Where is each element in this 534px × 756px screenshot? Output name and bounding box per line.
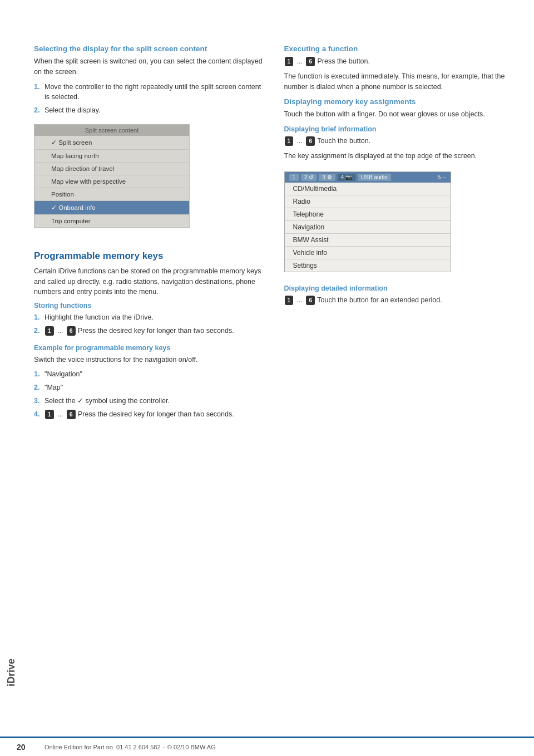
tab-2: 2 ↺ bbox=[301, 174, 317, 181]
subsection-storing: Storing functions 1. Highlight the funct… bbox=[34, 302, 268, 336]
page-number: 20 bbox=[17, 743, 33, 752]
footer-copyright: Online Edition for Part no. 01 41 2 604 … bbox=[44, 744, 216, 750]
menu-item-cd: CD/Multimedia bbox=[285, 183, 451, 195]
menu-item-navigation: Navigation bbox=[285, 221, 451, 234]
executing-body: The function is executed immediately. Th… bbox=[284, 71, 518, 92]
programmable-keys-title: Programmable memory keys bbox=[34, 251, 268, 262]
displaying-memory-body: Touch the button with a finger. Do not w… bbox=[284, 109, 518, 120]
detail-touch-text: Touch the button for an extended period. bbox=[317, 296, 442, 304]
screen-item-6: Trip computer bbox=[34, 215, 189, 228]
section-displaying-detailed: Displaying detailed information 1 ... 6 … bbox=[284, 284, 518, 306]
right-column: Executing a function 1 ... 6 Press the b… bbox=[279, 45, 535, 703]
displaying-brief-keys: 1 ... 6 Touch the button. bbox=[284, 136, 518, 146]
memory-key-screen-container: 1 2 ↺ 3 ⚙ 4 📷 USB audio 5 – CD/Multimedi… bbox=[284, 166, 451, 278]
memory-key-screen: 1 2 ↺ 3 ⚙ 4 📷 USB audio 5 – CD/Multimedi… bbox=[284, 171, 451, 272]
menu-item-telephone: Telephone bbox=[285, 208, 451, 221]
displaying-detailed-keys: 1 ... 6 Touch the button for an extended… bbox=[284, 295, 518, 306]
example-intro: Switch the voice instructions for the na… bbox=[34, 355, 268, 365]
topbar-right: 5 – bbox=[437, 174, 446, 180]
split-step-1: 1. Move the controller to the right repe… bbox=[34, 82, 268, 103]
step-num-2: 2. bbox=[34, 105, 42, 116]
example-key-badge-1: 1 bbox=[45, 410, 54, 419]
split-screen-intro: When the split screen is switched on, yo… bbox=[34, 56, 268, 77]
storing-heading: Storing functions bbox=[34, 302, 268, 310]
detail-key-6: 6 bbox=[306, 296, 315, 305]
step-text-2: Select the display. bbox=[44, 105, 268, 116]
tab-1: 1 bbox=[289, 174, 299, 181]
displaying-brief-body: The key assignment is displayed at the t… bbox=[284, 151, 518, 161]
storing-step-1: 1. Highlight the function via the iDrive… bbox=[34, 312, 268, 323]
screen-item-1: Map facing north bbox=[34, 150, 189, 163]
page: iDrive Selecting the display for the spl… bbox=[0, 0, 534, 756]
example-step-3: 3. Select the ✓ symbol using the control… bbox=[34, 396, 268, 406]
exec-key-6: 6 bbox=[306, 57, 315, 66]
section-executing: Executing a function 1 ... 6 Press the b… bbox=[284, 45, 518, 92]
tab-4: 4 📷 bbox=[338, 174, 355, 181]
exec-press-text: Press the button. bbox=[318, 57, 370, 65]
subsection-example: Example for programmable memory keys Swi… bbox=[34, 344, 268, 420]
example-step-1: 1. "Navigation" bbox=[34, 369, 268, 380]
tab-3: 3 ⚙ bbox=[319, 174, 335, 181]
sidebar-label: iDrive bbox=[0, 45, 28, 703]
brief-touch-text: Touch the button. bbox=[317, 137, 370, 145]
example-step4-text: 1 ... 6 Press the desired key for longer… bbox=[44, 409, 268, 420]
brief-key-1: 1 bbox=[285, 136, 294, 146]
menu-item-settings: Settings bbox=[285, 259, 451, 272]
displaying-detailed-heading: Displaying detailed information bbox=[284, 284, 518, 292]
key-badge-6: 6 bbox=[67, 326, 76, 336]
menu-item-bmw-assist: BMW Assist bbox=[285, 234, 451, 247]
screen-item-3: Map view with perspective bbox=[34, 175, 189, 188]
programmable-keys-intro: Certain iDrive functions can be stored o… bbox=[34, 266, 268, 297]
menu-item-vehicle-info: Vehicle info bbox=[285, 247, 451, 259]
key-badge-1: 1 bbox=[45, 326, 54, 336]
storing-step2-text: 1 ... 6 Press the desired key for longer… bbox=[44, 326, 268, 336]
example-step-4: 4. 1 ... 6 Press the desired key for lon… bbox=[34, 409, 268, 420]
split-step-2: 2. Select the display. bbox=[34, 105, 268, 116]
storing-step2-num: 2. bbox=[34, 326, 42, 336]
storing-step-2: 2. 1 ... 6 Press the desired key for lon… bbox=[34, 326, 268, 336]
exec-key-1: 1 bbox=[285, 57, 294, 66]
example-heading: Example for programmable memory keys bbox=[34, 344, 268, 352]
section-split-screen: Selecting the display for the split scre… bbox=[34, 45, 268, 238]
memory-topbar: 1 2 ↺ 3 ⚙ 4 📷 USB audio 5 – bbox=[285, 172, 451, 183]
topbar-tabs: 1 2 ↺ 3 ⚙ 4 📷 USB audio bbox=[289, 174, 391, 181]
detail-key-1: 1 bbox=[285, 296, 294, 305]
step-text-1: Move the controller to the right repeate… bbox=[44, 82, 268, 103]
screen-title: Split screen content bbox=[34, 125, 189, 136]
split-screen-image: Split screen content Split screen Map fa… bbox=[34, 119, 190, 238]
screen-item-0: Split screen bbox=[34, 136, 189, 150]
section-displaying-memory: Displaying memory key assignments Touch … bbox=[284, 97, 518, 120]
left-column: Selecting the display for the split scre… bbox=[28, 45, 279, 703]
step-num-1: 1. bbox=[34, 82, 42, 103]
example-key-badge-6: 6 bbox=[67, 410, 76, 419]
split-screen-menu: Split screen content Split screen Map fa… bbox=[34, 124, 190, 228]
section-displaying-brief: Displaying brief information 1 ... 6 Tou… bbox=[284, 125, 518, 278]
tab-usb: USB audio bbox=[358, 174, 391, 181]
executing-keys-line: 1 ... 6 Press the button. bbox=[284, 56, 518, 67]
menu-item-radio: Radio bbox=[285, 195, 451, 208]
displaying-brief-heading: Displaying brief information bbox=[284, 125, 518, 133]
screen-item-5: Onboard info bbox=[34, 201, 189, 215]
screen-item-4: Position bbox=[34, 188, 189, 201]
screen-item-2: Map direction of travel bbox=[34, 163, 189, 175]
executing-heading: Executing a function bbox=[284, 45, 518, 53]
footer: 20 Online Edition for Part no. 01 41 2 6… bbox=[0, 737, 534, 756]
brief-key-6: 6 bbox=[306, 136, 315, 146]
split-screen-heading: Selecting the display for the split scre… bbox=[34, 45, 268, 53]
section-programmable-keys: Programmable memory keys Certain iDrive … bbox=[34, 251, 268, 420]
displaying-memory-heading: Displaying memory key assignments bbox=[284, 97, 518, 106]
example-step-2: 2. "Map" bbox=[34, 382, 268, 393]
